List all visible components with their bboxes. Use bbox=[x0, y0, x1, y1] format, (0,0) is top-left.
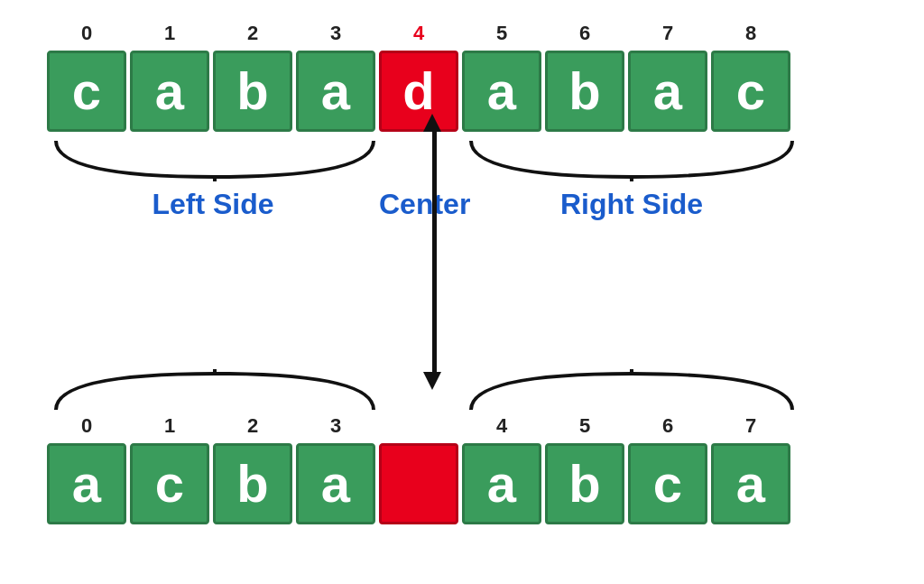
top-left-brace bbox=[47, 132, 383, 181]
bot-idx-1: 1 bbox=[130, 414, 209, 438]
top-idx-3: 3 bbox=[296, 22, 375, 45]
top-idx-8: 8 bbox=[711, 22, 790, 45]
bottom-indices: 0 1 2 3 4 5 6 7 bbox=[47, 414, 801, 438]
label-center: Center bbox=[379, 188, 462, 221]
bot-cell-2: b bbox=[213, 443, 292, 524]
diagram: 0 1 2 3 4 5 6 7 8 c a b a d a b a c bbox=[29, 13, 895, 572]
bot-idx-4: 4 bbox=[462, 414, 541, 438]
top-indices: 0 1 2 3 4 5 6 7 8 bbox=[47, 22, 801, 45]
bottom-left-brace bbox=[47, 365, 383, 414]
top-cell-1: a bbox=[130, 51, 209, 132]
top-cell-7: a bbox=[628, 51, 707, 132]
bot-cell-4: a bbox=[462, 443, 541, 524]
top-idx-6: 6 bbox=[545, 22, 624, 45]
bot-cell-3: a bbox=[296, 443, 375, 524]
label-right-side: Right Side bbox=[462, 188, 801, 221]
bottom-section: 0 1 2 3 4 5 6 7 a c b a a b c a bbox=[47, 365, 801, 524]
bot-cell-1: c bbox=[130, 443, 209, 524]
top-idx-5: 5 bbox=[462, 22, 541, 45]
bot-idx-6: 6 bbox=[628, 414, 707, 438]
label-left-side: Left Side bbox=[47, 188, 379, 221]
top-cell-3: a bbox=[296, 51, 375, 132]
top-idx-2: 2 bbox=[213, 22, 292, 45]
bot-idx-7: 7 bbox=[711, 414, 790, 438]
bot-idx-2: 2 bbox=[213, 414, 292, 438]
top-cell-4: d bbox=[379, 51, 458, 132]
top-cell-5: a bbox=[462, 51, 541, 132]
bot-cell-0: a bbox=[47, 443, 126, 524]
bottom-right-brace bbox=[462, 365, 801, 414]
arrowhead-up bbox=[423, 114, 441, 132]
top-idx-0: 0 bbox=[47, 22, 126, 45]
bot-idx-0: 0 bbox=[47, 414, 126, 438]
top-cell-8: c bbox=[711, 51, 790, 132]
top-braces bbox=[47, 132, 801, 186]
top-idx-4: 4 bbox=[379, 22, 458, 45]
top-idx-7: 7 bbox=[628, 22, 707, 45]
bot-cell-5: b bbox=[545, 443, 624, 524]
bot-idx-center bbox=[379, 414, 458, 438]
top-cell-6: b bbox=[545, 51, 624, 132]
top-cell-2: b bbox=[213, 51, 292, 132]
top-idx-1: 1 bbox=[130, 22, 209, 45]
bot-idx-5: 5 bbox=[545, 414, 624, 438]
vertical-arrow-line bbox=[432, 130, 437, 374]
bot-idx-3: 3 bbox=[296, 414, 375, 438]
bottom-array-row: a c b a a b c a bbox=[47, 443, 801, 524]
bot-cell-center-red bbox=[379, 443, 458, 524]
top-cell-0: c bbox=[47, 51, 126, 132]
top-right-brace bbox=[462, 132, 801, 181]
bottom-braces-top bbox=[47, 365, 801, 414]
bot-cell-6: c bbox=[628, 443, 707, 524]
bot-cell-7: a bbox=[711, 443, 790, 524]
top-labels: Left Side Center Right Side bbox=[47, 188, 801, 221]
